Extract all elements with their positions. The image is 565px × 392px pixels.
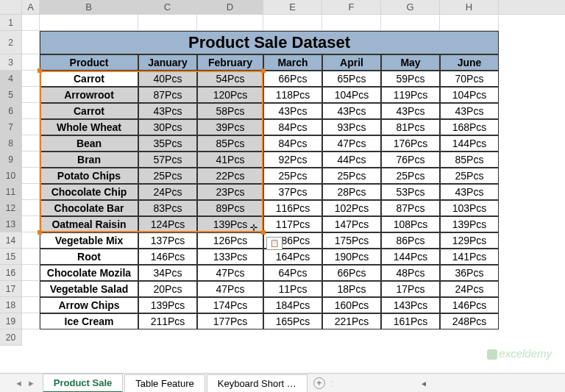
value-cell[interactable]: 43Pcs <box>322 103 381 119</box>
header-february[interactable]: February <box>197 54 263 71</box>
value-cell[interactable]: 116Pcs <box>263 200 322 216</box>
value-cell[interactable]: 176Pcs <box>381 135 440 152</box>
col-F[interactable]: F <box>322 0 381 14</box>
value-cell[interactable]: 129Pcs <box>440 232 499 249</box>
value-cell[interactable]: 86Pcs <box>381 232 440 249</box>
product-cell[interactable]: Carrot <box>40 71 138 87</box>
value-cell[interactable]: 83Pcs <box>138 200 197 216</box>
value-cell[interactable]: 47Pcs <box>197 265 263 281</box>
row-4[interactable]: 4 <box>0 71 22 87</box>
value-cell[interactable]: 43Pcs <box>381 103 440 119</box>
value-cell[interactable]: 28Pcs <box>322 184 381 200</box>
value-cell[interactable]: 164Pcs <box>263 249 322 265</box>
header-june[interactable]: June <box>440 54 499 71</box>
value-cell[interactable]: 161Pcs <box>381 313 440 329</box>
value-cell[interactable]: 168Pcs <box>440 119 499 135</box>
row-11[interactable]: 11 <box>0 184 22 200</box>
product-cell[interactable]: Vegetable Salad <box>40 281 138 297</box>
row-18[interactable]: 18 <box>0 297 22 313</box>
value-cell[interactable]: 17Pcs <box>381 281 440 297</box>
col-D[interactable]: D <box>197 0 263 14</box>
value-cell[interactable]: 43Pcs <box>440 184 499 200</box>
row-3[interactable]: 3 <box>0 54 22 71</box>
header-march[interactable]: March <box>263 54 322 71</box>
value-cell[interactable]: 54Pcs <box>197 71 263 87</box>
product-cell[interactable]: Arrow Chips <box>40 297 138 313</box>
value-cell[interactable]: 87Pcs <box>381 200 440 216</box>
value-cell[interactable]: 11Pcs <box>263 281 322 297</box>
product-cell[interactable]: Vegetable Mix <box>40 232 138 249</box>
add-sheet-button[interactable]: + <box>313 377 325 389</box>
value-cell[interactable]: 41Pcs <box>197 152 263 168</box>
value-cell[interactable]: 104Pcs <box>322 87 381 103</box>
row-12[interactable]: 12 <box>0 200 22 216</box>
row-15[interactable]: 15 <box>0 249 22 265</box>
value-cell[interactable]: 44Pcs <box>322 152 381 168</box>
value-cell[interactable]: 248Pcs <box>440 313 499 329</box>
product-cell[interactable]: Root <box>40 249 138 265</box>
value-cell[interactable]: 141Pcs <box>440 249 499 265</box>
value-cell[interactable]: 119Pcs <box>381 87 440 103</box>
value-cell[interactable]: 39Pcs <box>197 119 263 135</box>
value-cell[interactable]: 139Pcs <box>197 216 263 232</box>
value-cell[interactable]: 66Pcs <box>263 71 322 87</box>
value-cell[interactable]: 85Pcs <box>440 152 499 168</box>
value-cell[interactable]: 40Pcs <box>138 71 197 87</box>
value-cell[interactable]: 175Pcs <box>322 232 381 249</box>
value-cell[interactable]: 118Pcs <box>263 87 322 103</box>
value-cell[interactable]: 22Pcs <box>197 168 263 184</box>
tab-product-sale[interactable]: Product Sale <box>43 374 123 393</box>
value-cell[interactable]: 137Pcs <box>138 232 197 249</box>
tab-keyboard-short[interactable]: Keyboard Short … <box>207 374 308 392</box>
value-cell[interactable]: 144Pcs <box>440 135 499 152</box>
product-cell[interactable]: Chocolate Mozila <box>40 265 138 281</box>
value-cell[interactable]: 25Pcs <box>138 168 197 184</box>
value-cell[interactable]: 25Pcs <box>263 168 322 184</box>
value-cell[interactable]: 65Pcs <box>322 71 381 87</box>
value-cell[interactable]: 143Pcs <box>381 297 440 313</box>
value-cell[interactable]: 64Pcs <box>263 265 322 281</box>
value-cell[interactable]: 221Pcs <box>322 313 381 329</box>
value-cell[interactable]: 85Pcs <box>197 135 263 152</box>
value-cell[interactable]: 36Pcs <box>440 265 499 281</box>
value-cell[interactable]: 23Pcs <box>197 184 263 200</box>
row-19[interactable]: 19 <box>0 313 22 329</box>
header-may[interactable]: May <box>381 54 440 71</box>
col-E[interactable]: E <box>263 0 322 14</box>
value-cell[interactable]: 24Pcs <box>138 184 197 200</box>
value-cell[interactable]: 146Pcs <box>440 297 499 313</box>
value-cell[interactable]: 174Pcs <box>197 297 263 313</box>
value-cell[interactable]: 76Pcs <box>381 152 440 168</box>
value-cell[interactable]: 120Pcs <box>197 87 263 103</box>
value-cell[interactable]: 146Pcs <box>138 249 197 265</box>
value-cell[interactable]: 93Pcs <box>322 119 381 135</box>
value-cell[interactable]: 124Pcs <box>138 216 197 232</box>
value-cell[interactable]: 103Pcs <box>440 200 499 216</box>
col-A[interactable]: A <box>22 0 40 14</box>
value-cell[interactable]: 211Pcs <box>138 313 197 329</box>
tab-next-icon[interactable]: ► <box>27 379 35 388</box>
value-cell[interactable]: 89Pcs <box>197 200 263 216</box>
product-cell[interactable]: Bean <box>40 135 138 152</box>
product-cell[interactable]: Whole Wheat <box>40 119 138 135</box>
value-cell[interactable]: 84Pcs <box>263 135 322 152</box>
value-cell[interactable]: 87Pcs <box>138 87 197 103</box>
value-cell[interactable]: 108Pcs <box>381 216 440 232</box>
row-13[interactable]: 13 <box>0 216 22 232</box>
value-cell[interactable]: 43Pcs <box>263 103 322 119</box>
product-cell[interactable]: Arrowroot <box>40 87 138 103</box>
value-cell[interactable]: 66Pcs <box>322 265 381 281</box>
row-9[interactable]: 9 <box>0 152 22 168</box>
value-cell[interactable]: 47Pcs <box>322 135 381 152</box>
value-cell[interactable]: 144Pcs <box>381 249 440 265</box>
row-2[interactable]: 2 <box>0 31 22 54</box>
value-cell[interactable]: 70Pcs <box>440 71 499 87</box>
row-14[interactable]: 14 <box>0 232 22 249</box>
col-B[interactable]: B <box>40 0 138 14</box>
product-cell[interactable]: Chocolate Bar <box>40 200 138 216</box>
value-cell[interactable]: 35Pcs <box>138 135 197 152</box>
value-cell[interactable]: 117Pcs <box>263 216 322 232</box>
row-5[interactable]: 5 <box>0 87 22 103</box>
value-cell[interactable]: 43Pcs <box>138 103 197 119</box>
header-january[interactable]: January <box>138 54 197 71</box>
